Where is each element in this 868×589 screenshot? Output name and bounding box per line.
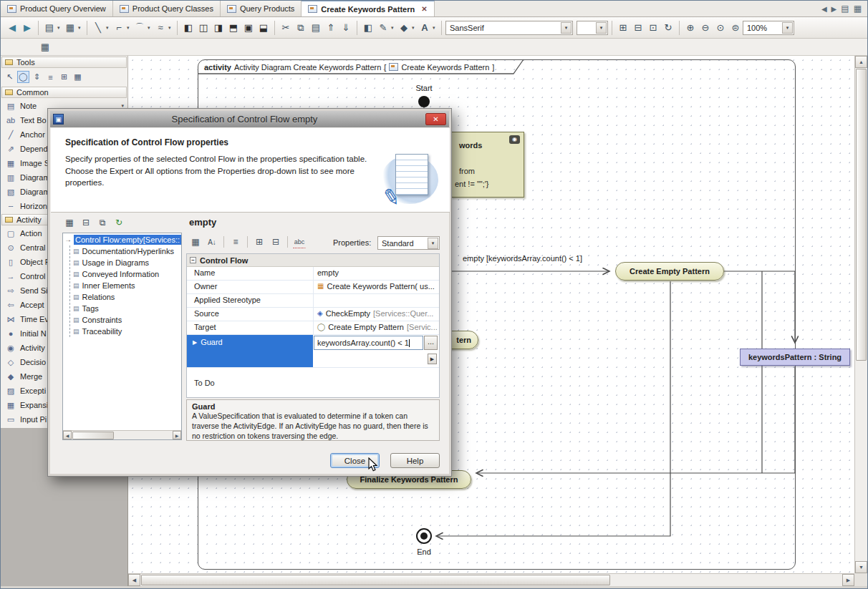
tab-product-query-classes[interactable]: Product Query Classes	[113, 1, 221, 16]
tree-root-item[interactable]: → Control Flow:empty[Services::	[63, 233, 181, 245]
zoom-level-combo[interactable]: 100% ▾	[743, 21, 794, 35]
scroll-up-icon[interactable]: ▲	[855, 56, 867, 68]
property-row-guard[interactable]: ▶ Guard keywordsArray.count() < 1 ... ▶	[187, 335, 439, 368]
horizontal-scroll-thumb[interactable]	[141, 575, 610, 585]
import-icon[interactable]: ⇑	[324, 21, 338, 35]
categorized-view-icon[interactable]: ▦	[189, 235, 202, 248]
copy-view-icon[interactable]: ⧉	[96, 216, 109, 229]
table-icon[interactable]: ⊡	[646, 21, 660, 35]
palette-section-tools[interactable]: Tools	[1, 57, 127, 68]
line-tool-icon[interactable]: ╲	[91, 21, 105, 35]
chevron-down-icon[interactable]: ▾	[433, 25, 438, 31]
final-node[interactable]	[416, 528, 432, 544]
remove-shape-icon[interactable]: ⊟	[631, 21, 645, 35]
prev-tab-icon[interactable]: ◀	[821, 5, 827, 13]
oval-select-tool-icon[interactable]: ◯	[17, 71, 29, 83]
collapse-group-icon[interactable]: −	[190, 257, 196, 263]
chevron-down-icon[interactable]: ▾	[57, 25, 62, 31]
chevron-down-icon[interactable]: ▾	[106, 25, 111, 31]
property-row-applied-stereotype[interactable]: Applied Stereotype	[187, 294, 439, 308]
font-family-combo[interactable]: SansSerif ▾	[445, 21, 573, 35]
tree-item-usage-in-diagrams[interactable]: ▤ Usage in Diagrams	[73, 257, 181, 268]
zoom-fit-icon[interactable]: ⊜	[728, 21, 743, 35]
scroll-right-icon[interactable]: ▶	[173, 431, 181, 439]
tab-product-query-overview[interactable]: Product Query Overview	[1, 1, 113, 16]
refresh-icon[interactable]: ↻	[112, 216, 125, 229]
collapse-all-icon[interactable]: ⊟	[269, 235, 282, 248]
properties-combo[interactable]: Standard ▾	[377, 236, 440, 250]
spelling-icon[interactable]: abc	[293, 235, 306, 248]
copy-icon[interactable]: ⧉	[294, 21, 308, 35]
split-keywords-note[interactable]: ◉ words from ent != "";'}	[450, 132, 524, 198]
palette-section-common[interactable]: Common	[1, 87, 127, 98]
chevron-down-icon[interactable]: ▾	[412, 25, 417, 31]
guard-edit-button[interactable]: ...	[424, 336, 438, 350]
chevron-down-icon[interactable]: ▾	[561, 22, 572, 34]
control-flow-guard-label[interactable]: empty [keywordsArray.count() < 1]	[463, 254, 582, 263]
guard-input[interactable]: keywordsArray.count() < 1	[314, 336, 423, 350]
chevron-down-icon[interactable]: ▾	[127, 25, 132, 31]
refresh-icon[interactable]: ↻	[661, 21, 675, 35]
property-group-header[interactable]: − Control Flow	[187, 254, 439, 267]
back-icon[interactable]: ◀	[5, 21, 19, 35]
chevron-down-icon[interactable]: ▾	[148, 25, 153, 31]
grid-tool-icon[interactable]: ⊞	[58, 71, 70, 83]
keywords-pattern-object-node[interactable]: keywordsPattern : String	[740, 349, 850, 366]
expand-all-icon[interactable]: ⊞	[253, 235, 266, 248]
windows-icon[interactable]: ▦	[854, 4, 862, 14]
tab-query-products[interactable]: Query Products	[221, 1, 302, 16]
export-icon[interactable]: ⇓	[339, 21, 353, 35]
align-middle-icon[interactable]: ▣	[241, 21, 256, 35]
align-top-icon[interactable]: ⬒	[226, 21, 241, 35]
add-shape-icon[interactable]: ⊞	[616, 21, 630, 35]
distribute-tool-icon[interactable]: ≡	[44, 71, 57, 83]
tree-item-tags[interactable]: ▤ Tags	[73, 303, 181, 314]
vertical-scroll-thumb[interactable]	[856, 69, 867, 361]
create-empty-pattern-node[interactable]: Create Empty Pattern	[615, 262, 724, 281]
scroll-left-icon[interactable]: ◀	[128, 574, 140, 586]
cut-icon[interactable]: ✂	[279, 21, 293, 35]
property-row-name[interactable]: Name empty	[187, 267, 439, 281]
next-tab-icon[interactable]: ▶	[831, 5, 837, 13]
align-bottom-icon[interactable]: ⬓	[256, 21, 271, 35]
chevron-down-icon[interactable]: ▾	[596, 22, 607, 34]
property-row-target[interactable]: Target ◯ Create Empty Pattern [Servic...	[187, 321, 439, 335]
tab-list-icon[interactable]: ▤	[841, 4, 849, 14]
containment-tree-icon[interactable]: ▤	[42, 21, 57, 35]
tree-item-conveyed-information[interactable]: ▤ Conveyed Information	[73, 268, 181, 280]
collapse-tree-icon[interactable]: ⊟	[79, 216, 92, 229]
scroll-left-icon[interactable]: ◀	[63, 431, 72, 439]
font-color-icon[interactable]: A	[418, 21, 432, 35]
pointer-tool-icon[interactable]: ↖	[4, 71, 16, 83]
matrix-tool-icon[interactable]: ▦	[72, 71, 84, 83]
font-size-combo[interactable]: ▾	[577, 21, 608, 35]
chevron-down-icon[interactable]: ▾	[168, 25, 173, 31]
align-right-icon[interactable]: ◨	[211, 21, 226, 35]
help-button[interactable]: Help	[390, 453, 440, 468]
tree-item-traceability[interactable]: ▤ Traceability	[73, 326, 181, 337]
tab-create-keywords-pattern[interactable]: Create Keywords Pattern ✕	[302, 1, 434, 16]
zoom-out-icon[interactable]: ⊖	[698, 21, 713, 35]
diagram-tree-icon[interactable]: ▦	[38, 40, 52, 54]
tree-item-documentation[interactable]: ▤ Documentation/Hyperlinks	[73, 245, 181, 257]
align-middle-tool-icon[interactable]: ⇕	[31, 71, 43, 83]
properties-view-icon[interactable]: ▦	[63, 216, 76, 229]
tree-horizontal-scrollbar[interactable]: ◀ ▶	[63, 430, 181, 439]
forward-icon[interactable]: ▶	[20, 21, 34, 35]
tree-item-constraints[interactable]: ▤ Constraints	[73, 314, 181, 326]
align-center-icon[interactable]: ◫	[196, 21, 211, 35]
close-icon[interactable]: ✕	[421, 5, 427, 13]
chevron-down-icon[interactable]: ▾	[391, 25, 396, 31]
specification-tree[interactable]: → Control Flow:empty[Services:: ▤ Docume…	[62, 233, 182, 440]
zoom-in-icon[interactable]: ⊕	[683, 21, 698, 35]
curve-tool-icon[interactable]: ⌒	[132, 21, 147, 35]
paste-icon[interactable]: ▤	[309, 21, 323, 35]
dialog-title-bar[interactable]: ▣ Specification of Control Flow empty ✕	[50, 111, 449, 127]
chevron-down-icon[interactable]: ▾	[782, 22, 793, 34]
dialog-close-icon[interactable]: ✕	[425, 113, 446, 125]
align-left-icon[interactable]: ◧	[181, 21, 196, 35]
fill-color-icon[interactable]: ◆	[397, 21, 411, 35]
guard-expand-button[interactable]: ▶	[428, 354, 437, 364]
horizontal-scrollbar[interactable]: ◀ ▶	[128, 573, 854, 586]
tree-item-inner-elements[interactable]: ▤ Inner Elements	[73, 280, 181, 291]
